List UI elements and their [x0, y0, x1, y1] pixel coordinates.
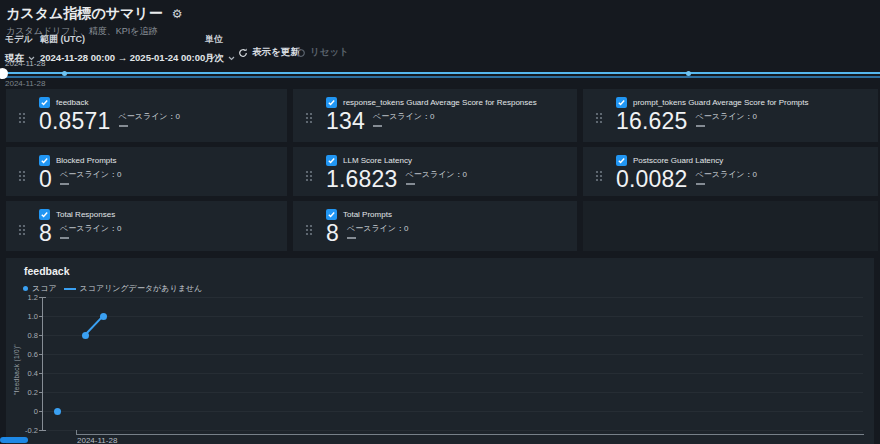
- baseline-label: ベースライン：0: [696, 111, 757, 122]
- y-tick-mark: [39, 335, 42, 336]
- metric-label: Total Responses: [56, 210, 115, 219]
- metric-checkbox[interactable]: [616, 155, 627, 166]
- drag-handle-icon[interactable]: [305, 224, 313, 236]
- y-tick-mark: [39, 316, 42, 317]
- timeline-slider-track-shadow: [0, 76, 880, 78]
- score-dot-icon: [23, 286, 28, 291]
- gridline: [43, 411, 863, 412]
- y-tick-mark: [39, 430, 42, 431]
- gridline: [43, 297, 863, 298]
- y-tick-mark: [39, 373, 42, 374]
- y-tick-label: 1.0: [10, 312, 38, 321]
- metric-card: Total Prompts8ベースライン：0: [293, 201, 577, 251]
- slider-marker[interactable]: [62, 71, 67, 76]
- baseline-label: ベースライン：0: [696, 169, 757, 180]
- metric-value: 0.0082: [616, 168, 688, 191]
- range-label: 範囲 (UTC): [40, 33, 216, 46]
- drag-handle-icon[interactable]: [305, 170, 313, 182]
- metric-label: Blocked Prompts: [56, 156, 116, 165]
- unit-select[interactable]: 月次: [205, 52, 235, 65]
- metric-card: Blocked Prompts0ベースライン：0: [6, 147, 287, 196]
- drag-handle-icon[interactable]: [18, 224, 26, 236]
- baseline-trend-dash: [60, 237, 69, 239]
- metric-label: prompt_tokens Guard Average Score for Pr…: [633, 98, 809, 107]
- y-tick-label: 0.6: [10, 350, 38, 359]
- baseline-trend-dash: [406, 183, 415, 185]
- metric-card: prompt_tokens Guard Average Score for Pr…: [583, 89, 878, 142]
- baseline-trend-dash: [119, 125, 128, 127]
- metric-value: 134: [326, 110, 365, 133]
- metric-value: 0.8571: [39, 110, 111, 133]
- metric-value: 1.6823: [326, 168, 398, 191]
- unit-control: 単位 月次: [205, 33, 235, 65]
- baseline-trend-dash: [696, 183, 705, 185]
- unit-value: 月次: [205, 52, 224, 65]
- y-tick-label: 0.4: [10, 369, 38, 378]
- metric-value: 8: [39, 222, 52, 245]
- metric-checkbox[interactable]: [39, 155, 50, 166]
- metric-value: 0: [39, 168, 52, 191]
- legend-label: スコアリングデータがありません: [80, 283, 203, 294]
- y-tick-label: 1.2: [10, 293, 38, 302]
- drag-handle-icon[interactable]: [595, 112, 603, 124]
- baseline-label: ベースライン：0: [406, 169, 467, 180]
- range-select[interactable]: 2024-11-28 00:00 → 2025-01-24 00:00: [40, 52, 216, 63]
- x-axis: [76, 434, 864, 435]
- baseline-label: ベースライン：0: [60, 169, 121, 180]
- y-tick-label: -0.2: [10, 426, 38, 435]
- metric-card: Total Responses8ベースライン：0: [6, 201, 287, 251]
- drag-handle-icon[interactable]: [18, 170, 26, 182]
- y-tick-label: 0.2: [10, 388, 38, 397]
- timeline-current-date: 2024-11-28: [5, 79, 45, 88]
- gear-icon[interactable]: ⚙: [172, 8, 183, 20]
- reset-label: リセット: [310, 46, 349, 59]
- model-label: モデル: [5, 33, 35, 46]
- metric-checkbox[interactable]: [326, 209, 337, 220]
- refresh-icon: [238, 48, 248, 58]
- legend-item-no-scoring-data[interactable]: スコアリングデータがありません: [64, 283, 203, 294]
- metric-label: LLM Score Latency: [343, 156, 412, 165]
- x-tick-label: 2024-11-28: [77, 436, 117, 444]
- metric-label: Postscore Guard Latency: [633, 156, 723, 165]
- range-value: 2024-11-28 00:00 → 2025-01-24 00:00: [40, 52, 205, 63]
- metric-cards-grid: feedback0.8571ベースライン：0response_tokens Gu…: [6, 89, 878, 251]
- refresh-label: 表示を更新: [252, 46, 300, 59]
- y-tick-mark: [39, 392, 42, 393]
- baseline-trend-dash: [347, 237, 356, 239]
- refresh-view-button[interactable]: 表示を更新: [238, 46, 300, 59]
- metric-checkbox[interactable]: [39, 97, 50, 108]
- metric-label: Total Prompts: [343, 210, 392, 219]
- drag-handle-icon[interactable]: [595, 170, 603, 182]
- gridline: [43, 430, 863, 431]
- metric-value: 16.625: [616, 110, 688, 133]
- data-point: [82, 332, 89, 339]
- timeline-slider-track[interactable]: [0, 72, 880, 74]
- reset-button[interactable]: リセット: [296, 46, 349, 59]
- gridline: [43, 316, 863, 317]
- baseline-trend-dash: [60, 183, 69, 185]
- y-tick-mark: [39, 297, 42, 298]
- x-axis-start-tick: [76, 430, 77, 434]
- data-point: [54, 408, 61, 415]
- timeline-start-date: 2024-11-28: [5, 59, 45, 68]
- slider-marker[interactable]: [686, 71, 691, 76]
- y-tick-mark: [39, 354, 42, 355]
- gridline: [43, 354, 863, 355]
- horizontal-scrollbar-thumb[interactable]: [0, 437, 28, 443]
- baseline-trend-dash: [696, 125, 705, 127]
- metric-card: LLM Score Latency1.6823ベースライン：0: [293, 147, 577, 196]
- drag-handle-icon[interactable]: [305, 112, 313, 124]
- metric-checkbox[interactable]: [326, 97, 337, 108]
- reset-icon: [296, 48, 306, 58]
- baseline-label: ベースライン：0: [119, 111, 180, 122]
- y-tick-label: 0.8: [10, 331, 38, 340]
- metric-checkbox[interactable]: [326, 155, 337, 166]
- chevron-down-icon: [228, 56, 235, 61]
- drag-handle-icon[interactable]: [18, 112, 26, 124]
- metric-checkbox[interactable]: [616, 97, 627, 108]
- metric-checkbox[interactable]: [39, 209, 50, 220]
- metric-label: response_tokens Guard Average Score for …: [343, 98, 537, 107]
- gridline: [43, 392, 863, 393]
- metric-card: response_tokens Guard Average Score for …: [293, 89, 577, 142]
- baseline-label: ベースライン：0: [347, 223, 408, 234]
